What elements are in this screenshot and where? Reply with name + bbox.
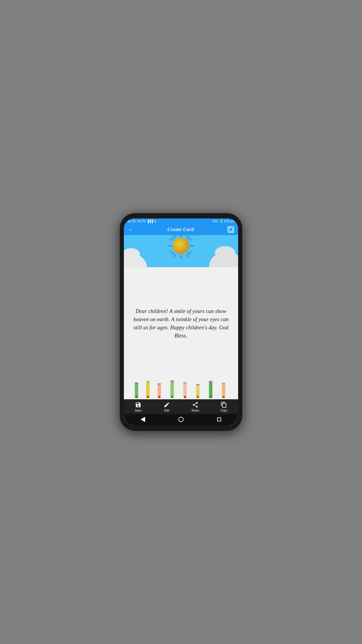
pencils-graphic — [127, 380, 235, 399]
svg-rect-42 — [209, 382, 212, 398]
share-icon — [192, 402, 198, 408]
svg-rect-31 — [171, 380, 174, 382]
svg-rect-27 — [158, 383, 161, 385]
volte-badge: VoLTE — [137, 220, 145, 223]
nav-home-icon — [178, 417, 184, 422]
nav-recent-icon — [217, 417, 221, 421]
svg-rect-19 — [135, 382, 138, 384]
app-bar: ← Create Card — [124, 224, 238, 235]
cloud-right — [209, 253, 238, 267]
svg-rect-43 — [209, 381, 212, 382]
edit-icon — [164, 402, 170, 408]
svg-point-24 — [147, 396, 149, 398]
save-icon — [135, 402, 141, 408]
pencils-section — [124, 380, 238, 399]
phone-device: Jio 4G VoLTE ▐▐▐ ⊕ 63% 🔋 6:01 pm ← Creat… — [120, 213, 242, 431]
svg-line-6 — [188, 237, 190, 239]
svg-line-4 — [172, 237, 174, 239]
svg-rect-22 — [146, 382, 150, 398]
copy-button[interactable]: Copy — [210, 402, 238, 412]
svg-rect-30 — [171, 382, 174, 398]
navigation-bar — [124, 414, 238, 426]
copy-label: Copy — [220, 409, 227, 412]
wifi-icon: ⊕ — [154, 220, 156, 223]
svg-rect-46 — [222, 384, 225, 398]
message-area: Dear children! A smile of yours can show… — [124, 267, 238, 380]
svg-point-28 — [158, 396, 161, 398]
svg-line-10 — [169, 239, 173, 240]
svg-point-32 — [171, 396, 173, 398]
sky-section — [124, 235, 238, 267]
cloud-left — [124, 254, 147, 267]
nav-home-button[interactable] — [178, 416, 184, 423]
card-message-text: Dear children! A smile of yours can show… — [130, 307, 232, 340]
nav-recent-button[interactable] — [216, 416, 222, 423]
phone-screen: Jio 4G VoLTE ▐▐▐ ⊕ 63% 🔋 6:01 pm ← Creat… — [124, 218, 238, 426]
save-button[interactable]: Save — [124, 402, 152, 412]
svg-line-13 — [189, 251, 193, 253]
svg-point-40 — [197, 396, 199, 398]
nav-back-icon — [140, 417, 145, 422]
sun-graphic — [168, 235, 194, 259]
svg-line-8 — [174, 235, 175, 237]
back-button[interactable]: ← — [128, 227, 134, 232]
fullscreen-button[interactable] — [228, 226, 234, 233]
svg-line-9 — [187, 235, 188, 237]
bottom-toolbar: Save Edit Share Copy — [124, 399, 238, 414]
svg-rect-34 — [183, 383, 187, 398]
svg-point-36 — [184, 396, 186, 398]
svg-point-20 — [135, 396, 138, 398]
status-left: Jio 4G VoLTE ▐▐▐ ⊕ — [127, 220, 156, 223]
share-button[interactable]: Share — [181, 402, 210, 412]
carrier-text: Jio 4G — [127, 220, 136, 223]
svg-line-11 — [169, 251, 173, 253]
status-right: 63% 🔋 6:01 pm — [212, 220, 235, 223]
svg-line-15 — [187, 254, 188, 258]
svg-line-5 — [188, 253, 190, 255]
svg-point-16 — [173, 238, 189, 254]
svg-rect-18 — [135, 384, 138, 398]
svg-rect-35 — [183, 382, 187, 384]
signal-icon: ▐▐▐ — [147, 220, 153, 223]
edit-button[interactable]: Edit — [152, 402, 181, 412]
svg-line-14 — [174, 254, 175, 258]
svg-rect-39 — [196, 384, 200, 385]
svg-rect-47 — [222, 383, 225, 384]
copy-icon — [221, 402, 227, 408]
card-content: Dear children! A smile of yours can show… — [124, 235, 238, 399]
svg-point-48 — [222, 396, 225, 398]
battery-icon: 🔋 — [219, 220, 223, 223]
status-bar: Jio 4G VoLTE ▐▐▐ ⊕ 63% 🔋 6:01 pm — [124, 218, 238, 224]
svg-line-7 — [172, 253, 174, 255]
nav-back-button[interactable] — [140, 416, 146, 423]
app-bar-title: Create Card — [168, 227, 194, 232]
svg-point-44 — [210, 396, 212, 398]
svg-rect-26 — [158, 384, 161, 398]
edit-label: Edit — [164, 409, 169, 412]
svg-rect-23 — [146, 381, 150, 382]
save-label: Save — [135, 409, 142, 412]
time-text: 6:01 pm — [224, 220, 235, 223]
svg-line-12 — [189, 239, 193, 240]
share-label: Share — [191, 409, 199, 412]
battery-text: 63% — [212, 220, 218, 223]
